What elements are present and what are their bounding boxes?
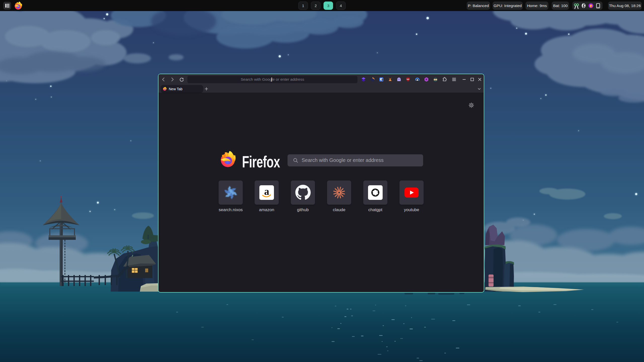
svg-text:a: a [264,186,269,197]
svg-text:UO: UO [407,78,409,80]
